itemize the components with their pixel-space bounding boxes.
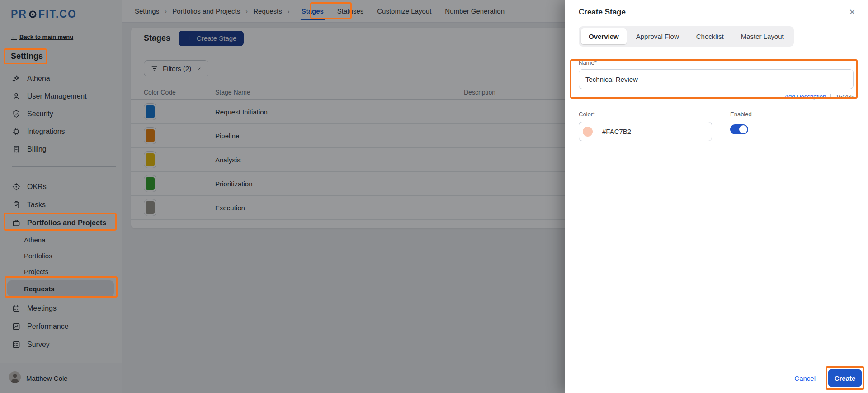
name-field-label: Name*: [579, 59, 857, 66]
color-enabled-row: Color* #FAC7B2 Enabled: [579, 111, 857, 141]
cancel-button[interactable]: Cancel: [794, 374, 816, 382]
drawer-tab-bar: Overview Approval Flow Checklist Master …: [579, 26, 794, 47]
color-dot: [583, 127, 593, 137]
drawer-footer: Cancel Create: [565, 363, 868, 393]
name-field-group: Name*: [579, 59, 857, 89]
description-helper-row: Add Description 16/255: [579, 93, 854, 100]
tab-approval-flow[interactable]: Approval Flow: [628, 28, 687, 44]
enabled-field-group: Enabled: [730, 111, 752, 141]
app-root: PR FIT.CO ← Back to main menu Settings A…: [0, 0, 868, 393]
tab-overview[interactable]: Overview: [581, 28, 627, 44]
close-icon[interactable]: ✕: [846, 6, 858, 18]
name-input[interactable]: [579, 69, 854, 89]
enabled-toggle[interactable]: [730, 124, 748, 134]
color-field-label: Color*: [579, 111, 712, 118]
drawer-title: Create Stage: [579, 8, 857, 17]
toggle-knob: [739, 125, 747, 133]
color-hex-value: #FAC7B2: [596, 128, 631, 135]
vertical-divider: [830, 94, 831, 99]
modal-overlay[interactable]: [0, 0, 565, 393]
create-stage-drawer: Create Stage ✕ Overview Approval Flow Ch…: [565, 0, 868, 393]
create-button[interactable]: Create: [828, 369, 862, 387]
color-field-group: Color* #FAC7B2: [579, 111, 712, 141]
character-counter: 16/255: [835, 93, 854, 100]
color-picker-input[interactable]: #FAC7B2: [579, 122, 712, 141]
color-swatch-cell: [579, 122, 596, 141]
tab-master-layout[interactable]: Master Layout: [733, 28, 792, 44]
add-description-link[interactable]: Add Description: [784, 93, 826, 100]
tab-checklist[interactable]: Checklist: [689, 28, 731, 44]
enabled-field-label: Enabled: [730, 111, 752, 118]
